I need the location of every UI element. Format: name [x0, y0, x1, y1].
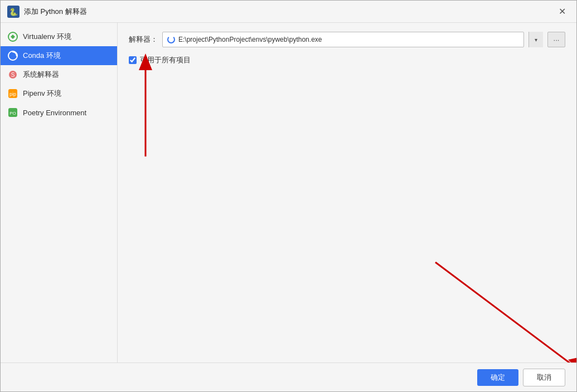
svg-text:pip: pip	[9, 91, 16, 97]
pipenv-icon: pip	[7, 88, 18, 99]
annotation-arrow-down-right	[430, 257, 576, 362]
cancel-button[interactable]: 取消	[523, 369, 565, 386]
sidebar-item-virtualenv[interactable]: Virtualenv 环境	[1, 27, 117, 46]
sidebar-item-system[interactable]: S 系统解释器	[1, 65, 117, 84]
title-bar: 🐍 添加 Python 解释器 ✕	[1, 1, 576, 23]
interpreter-more-button[interactable]: ···	[547, 32, 565, 47]
svg-marker-13	[568, 356, 576, 362]
ok-button[interactable]: 确定	[477, 369, 518, 386]
conda-icon	[7, 50, 18, 61]
sidebar: Virtualenv 环境 Conda 环境 S	[1, 23, 118, 362]
svg-text:🐍: 🐍	[9, 7, 18, 17]
system-icon: S	[7, 69, 18, 80]
available-all-projects-label[interactable]: 可用于所有项目	[140, 55, 191, 65]
interpreter-row: 解释器： E:\project\PythonProject\envs\pyweb…	[129, 32, 565, 47]
dialog-footer: 确定 取消	[1, 362, 576, 391]
poetry-icon: PO	[7, 107, 18, 118]
dialog: 🐍 添加 Python 解释器 ✕ Virtualenv 环境	[0, 0, 577, 392]
close-button[interactable]: ✕	[554, 4, 570, 19]
sidebar-label-conda: Conda 环境	[23, 51, 61, 61]
checkbox-row: 可用于所有项目	[129, 55, 565, 65]
interpreter-dropdown-button[interactable]: ▾	[528, 32, 543, 47]
virtualenv-icon	[7, 31, 18, 42]
sidebar-item-poetry[interactable]: PO Poetry Environment	[1, 103, 117, 122]
sidebar-item-pipenv[interactable]: pip Pipenv 环境	[1, 84, 117, 103]
sidebar-label-pipenv: Pipenv 环境	[23, 89, 61, 99]
sidebar-label-poetry: Poetry Environment	[23, 109, 86, 117]
sidebar-label-virtualenv: Virtualenv 环境	[23, 32, 71, 42]
interpreter-path: E:\project\PythonProject\envs\pyweb\pyth…	[178, 36, 519, 43]
dialog-title: 添加 Python 解释器	[24, 7, 554, 17]
main-content: 解释器： E:\project\PythonProject\envs\pyweb…	[118, 23, 576, 362]
sidebar-label-system: 系统解释器	[23, 70, 59, 80]
sidebar-item-conda[interactable]: Conda 环境	[1, 46, 117, 65]
interpreter-input-wrapper: E:\project\PythonProject\envs\pyweb\pyth…	[162, 32, 524, 47]
available-all-projects-checkbox[interactable]	[129, 56, 137, 64]
svg-line-12	[435, 262, 576, 362]
app-icon: 🐍	[7, 6, 20, 18]
svg-text:PO: PO	[9, 111, 16, 116]
dialog-body: Virtualenv 环境 Conda 环境 S	[1, 23, 576, 362]
annotation-arrow-up	[129, 51, 162, 162]
interpreter-label: 解释器：	[129, 35, 158, 45]
svg-text:S: S	[11, 72, 15, 78]
spinner-icon	[167, 36, 175, 43]
